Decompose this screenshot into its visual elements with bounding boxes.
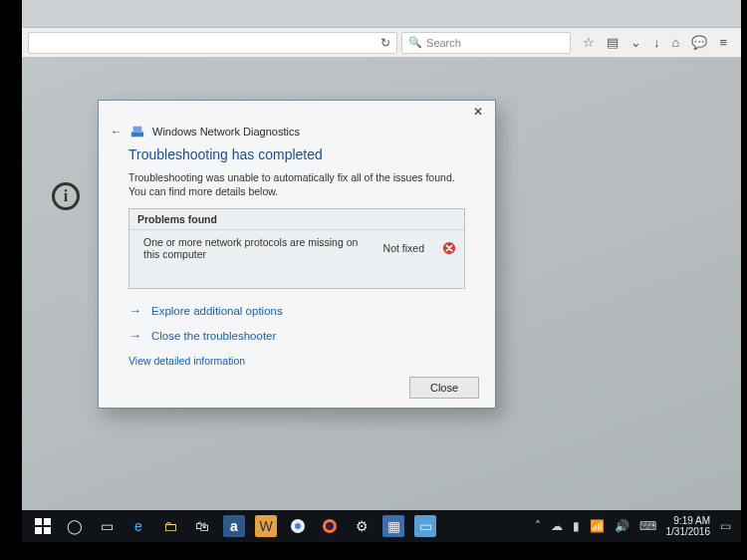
taskbar-right: ˄ ☁ ▮ 📶 🔊 ⌨ 9:19 AM 1/31/2016 ▭ [535, 515, 732, 538]
dialog-heading: Troubleshooting has completed [128, 146, 465, 162]
keyboard-icon[interactable]: ⌨ [639, 519, 656, 533]
error-icon [442, 241, 456, 255]
app-icon[interactable]: ▭ [414, 515, 436, 537]
svg-rect-2 [131, 132, 143, 133]
wifi-icon[interactable]: 📶 [590, 519, 605, 533]
onedrive-icon[interactable]: ☁ [551, 519, 563, 533]
screen: ↻ 🔍 Search ☆ ▤ ⌄ ↓ ⌂ 💬 ≡ i ✕ ← [22, 0, 741, 542]
notifications-icon[interactable]: ▭ [720, 519, 731, 533]
chrome-icon[interactable] [287, 515, 309, 537]
problems-panel: Problems found One or more network proto… [128, 208, 465, 289]
back-icon[interactable]: ← [111, 125, 123, 139]
search-box[interactable]: 🔍 Search [401, 32, 571, 54]
pocket-icon[interactable]: ⌄ [630, 35, 641, 50]
volume-icon[interactable]: 🔊 [615, 519, 629, 533]
explore-options-label: Explore additional options [151, 305, 283, 317]
problems-header: Problems found [129, 209, 464, 230]
dialog-titlebar: ✕ [99, 101, 495, 123]
svg-rect-7 [44, 527, 51, 534]
home-icon[interactable]: ⌂ [672, 35, 680, 50]
svg-rect-6 [35, 527, 42, 534]
start-icon[interactable] [32, 515, 54, 537]
arrow-right-icon: → [128, 303, 141, 318]
search-icon[interactable]: ◯ [64, 515, 86, 537]
network-diagnostics-dialog: ✕ ← Windows Network Diagnostics Troubles… [98, 100, 496, 409]
menu-icon[interactable]: ≡ [719, 35, 727, 50]
dialog-body: Troubleshooting has completed Troublesho… [99, 146, 495, 367]
info-icon: i [52, 182, 80, 210]
search-placeholder: Search [426, 37, 461, 49]
word-icon[interactable]: W [255, 515, 277, 537]
close-troubleshooter-label: Close the troubleshooter [151, 330, 276, 342]
explorer-icon[interactable]: 🗀 [159, 515, 181, 537]
calculator-icon[interactable]: ▦ [382, 515, 404, 537]
svg-point-9 [295, 523, 301, 529]
dialog-title: Windows Network Diagnostics [152, 126, 300, 138]
show-hidden-icon[interactable]: ˄ [535, 519, 541, 533]
download-icon[interactable]: ↓ [653, 35, 660, 50]
browser-toolbar: ↻ 🔍 Search ☆ ▤ ⌄ ↓ ⌂ 💬 ≡ [22, 28, 741, 58]
reload-icon[interactable]: ↻ [380, 36, 390, 50]
close-troubleshooter-link[interactable]: → Close the troubleshooter [128, 328, 465, 343]
taskbar: ◯ ▭ e 🗀 🛍 a W ⚙ ▦ ▭ ˄ ☁ ▮ 📶 🔊 ⌨ 9:1 [22, 510, 741, 542]
amazon-icon[interactable]: a [223, 515, 245, 537]
close-button[interactable]: Close [409, 377, 479, 399]
clock[interactable]: 9:19 AM 1/31/2016 [666, 515, 711, 538]
store-icon[interactable]: 🛍 [191, 515, 213, 537]
browser-tabstrip [22, 0, 741, 28]
problem-text: One or more network protocols are missin… [143, 236, 375, 260]
edge-icon[interactable]: e [127, 515, 149, 537]
battery-icon[interactable]: ▮ [573, 519, 580, 533]
page-content: i ✕ ← Windows Network Diagnostics Troubl… [22, 58, 741, 510]
clock-time: 9:19 AM [666, 515, 711, 527]
problem-status: Not fixed [383, 242, 424, 254]
clock-date: 1/31/2016 [666, 526, 711, 538]
svg-rect-4 [35, 518, 42, 525]
svg-point-11 [326, 522, 334, 530]
reader-icon[interactable]: ▤ [607, 35, 619, 50]
svg-rect-5 [44, 518, 51, 525]
firefox-icon[interactable] [319, 515, 341, 537]
dialog-header: ← Windows Network Diagnostics [99, 123, 495, 146]
close-icon[interactable]: ✕ [461, 101, 495, 123]
taskbar-left: ◯ ▭ e 🗀 🛍 a W ⚙ ▦ ▭ [32, 515, 436, 537]
dialog-subtext: Troubleshooting was unable to automatica… [128, 170, 465, 198]
dialog-footer: Close [99, 367, 495, 411]
diagnostics-icon [130, 125, 144, 139]
view-detailed-link[interactable]: View detailed information [128, 355, 465, 367]
arrow-right-icon: → [128, 328, 141, 343]
problem-item: One or more network protocols are missin… [129, 230, 464, 288]
toolbar-icons: ☆ ▤ ⌄ ↓ ⌂ 💬 ≡ [575, 35, 735, 50]
taskview-icon[interactable]: ▭ [96, 515, 118, 537]
search-icon: 🔍 [408, 36, 422, 49]
chat-icon[interactable]: 💬 [691, 35, 707, 50]
svg-rect-1 [133, 127, 142, 132]
settings-icon[interactable]: ⚙ [351, 515, 373, 537]
explore-options-link[interactable]: → Explore additional options [128, 303, 465, 318]
star-icon[interactable]: ☆ [583, 35, 595, 50]
address-bar[interactable]: ↻ [28, 32, 397, 54]
